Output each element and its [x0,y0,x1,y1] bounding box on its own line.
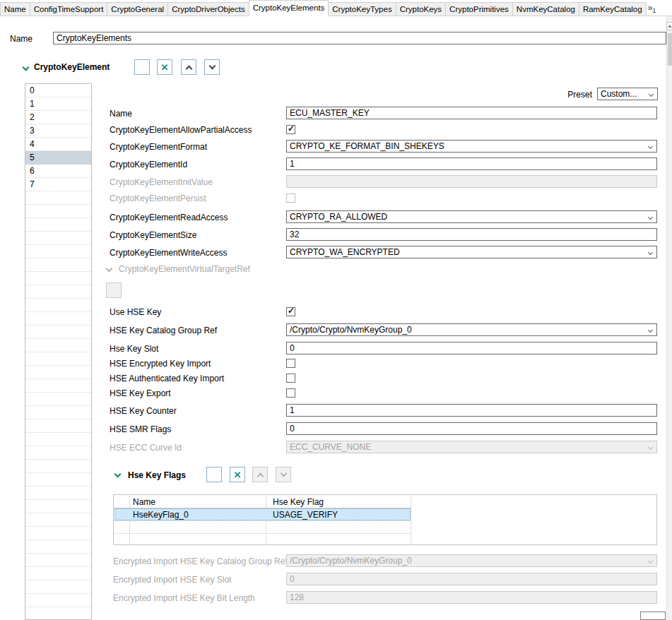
enc-import-key-slot-input [286,573,657,585]
collapse-virtual-target-ref-icon [106,266,113,273]
scrollbar-thumb[interactable] [668,33,672,66]
shortname-label: Name [10,34,33,44]
enc-import-catalog-group-ref-value: /Crypto/Crypto/NvmKeyGroup_0 [290,556,412,566]
column-header-flag: Hse Key Flag [273,496,324,508]
preset-label: Preset [544,90,592,100]
collapse-hse-key-flags-icon[interactable] [114,471,122,478]
smr-flags-input[interactable] [286,422,657,435]
field-label-enc-import-key-slot: Encrypted Import HSE Key Slot [113,575,231,585]
scroll-up-button[interactable] [666,22,672,30]
chevron-up-icon [257,472,264,479]
grid-line [114,533,411,534]
move-down-button[interactable] [204,59,220,75]
list-item-7[interactable]: 7 [25,178,91,191]
tab-cryptokeys[interactable]: CryptoKeys [396,2,446,16]
move-key-flag-down-button [276,467,291,482]
tab-ramkeycatalog[interactable]: RamKeyCatalog [579,2,647,16]
list-item-6[interactable]: 6 [25,165,91,178]
add-virtual-target-ref-button [106,282,122,298]
field-label-key-export: HSE Key Export [110,388,171,399]
dropdown-arrow-icon [648,250,653,255]
tab-cryptodriverobjects[interactable]: CryptoDriverObjects [167,2,249,16]
field-label-encrypted-key-import: HSE Encrypted Key Import [110,359,211,369]
catalog-group-ref-dropdown[interactable]: /Crypto/Crypto/NvmKeyGroup_0 [286,323,657,336]
tab-nvmkeycatalog[interactable]: NvmKeyCatalog [512,2,579,16]
key-export-checkbox[interactable] [286,388,295,398]
field-label-allow-partial-access: CryptoKeyElementAllowPartialAccess [110,125,252,136]
key-slot-input[interactable] [286,342,657,354]
move-key-flag-up-button [252,467,268,482]
list-item-0[interactable]: 0 [25,84,91,97]
collapse-section-icon[interactable] [23,64,30,71]
tab-overflow-count: 1 [652,7,656,14]
tab-cryptokeytypes[interactable]: CryptoKeyTypes [328,2,396,16]
config-tab-bar: Name ConfigTimeSupport CryptoGeneral Cry… [0,0,672,16]
delete-element-button[interactable]: ✕ [157,59,172,75]
move-up-button[interactable] [181,59,196,75]
field-label-id: CryptoKeyElementId [110,160,187,170]
field-label-ecc-curve-id: HSE ECC Curve Id [110,443,182,453]
write-access-dropdown[interactable]: CRYPTO_WA_ENCRYPTED [286,246,657,258]
format-dropdown[interactable]: CRYPTO_KE_FORMAT_BIN_SHEKEYS [286,140,657,153]
field-label-enc-import-catalog-group-ref: Encrypted Import HSE Key Catalog Group R… [113,556,288,567]
hse-key-flags-title: Hse Key Flags [128,470,186,480]
dropdown-arrow-icon [648,215,653,220]
hse-key-flags-table[interactable]: Name Hse Key Flag HseKeyFlag_0 USAGE_VER… [113,494,657,545]
use-hse-key-checkbox[interactable] [286,307,295,316]
read-access-dropdown[interactable]: CRYPTO_RA_ALLOWED [286,210,657,223]
column-header-name: Name [133,496,155,508]
field-label-key-slot: Hse Key Slot [110,344,158,354]
add-element-button[interactable] [134,59,150,75]
field-label-smr-flags: HSE SMR Flags [110,424,171,435]
field-label-use-hse-key: Use HSE Key [110,307,161,318]
chevron-down-icon [208,62,216,69]
field-label-format: CryptoKeyElementFormat [110,142,207,153]
dropdown-arrow-icon [648,445,653,450]
section-title: CryptoKeyElement [34,62,110,72]
dropdown-arrow-icon [648,559,653,564]
allow-partial-access-checkbox[interactable] [286,125,295,134]
authenticated-key-import-checkbox[interactable] [286,374,295,383]
enc-import-catalog-group-ref-dropdown: /Crypto/Crypto/NvmKeyGroup_0 [286,554,657,567]
vertical-scrollbar[interactable] [666,16,672,620]
element-index-list[interactable]: 0 1 2 3 4 5 6 7 [25,83,92,620]
tab-cryptokeyelements[interactable]: CryptoKeyElements [249,0,329,16]
tab-cryptogeneral[interactable]: CryptoGeneral [107,2,168,16]
encrypted-key-import-checkbox[interactable] [286,359,295,368]
virtual-target-ref-title: CryptoKeyElementVirtualTargetRef [119,264,250,274]
list-item-1[interactable]: 1 [25,97,91,111]
grid-line [114,520,411,521]
read-access-value: CRYPTO_RA_ALLOWED [290,212,387,222]
field-label-name: Name [110,109,132,119]
delete-key-flag-button[interactable]: ✕ [230,467,245,482]
persist-checkbox [286,193,295,203]
element-id-input[interactable] [286,157,657,170]
table-cell-flag[interactable]: USAGE_VERIFY [273,509,338,520]
element-size-input[interactable] [286,228,657,241]
field-label-persist: CryptoKeyElementPersist [110,193,206,204]
delete-icon: ✕ [234,470,242,480]
preset-dropdown[interactable]: Custom... [597,88,658,100]
list-item-2[interactable]: 2 [25,111,91,124]
chevron-down-icon [280,470,287,477]
tab-name[interactable]: Name [0,2,30,16]
delete-icon: ✕ [161,62,169,73]
add-key-flag-button[interactable] [206,467,222,482]
tab-configtimesupport[interactable]: ConfigTimeSupport [30,2,108,16]
tab-overflow-indicator[interactable]: »1 [648,3,656,16]
preset-value: Custom... [601,89,637,99]
list-item-5[interactable]: 5 [25,151,91,165]
element-name-input[interactable] [286,107,657,119]
crypto-config-page: { "tab_bar": { "tabs": ["Name", "ConfigT… [0,0,672,620]
key-counter-input[interactable] [286,404,657,417]
list-item-3[interactable]: 3 [25,124,91,138]
shortname-input[interactable] [53,32,666,44]
list-item-4[interactable]: 4 [25,138,91,151]
table-cell-name[interactable]: HseKeyFlag_0 [133,509,189,520]
field-label-catalog-group-ref: HSE Key Catalog Group Ref [110,326,217,336]
field-label-key-counter: HSE Key Counter [110,406,177,417]
field-label-read-access: CryptoKeyElementReadAccess [110,213,228,223]
tab-cryptoprimitives[interactable]: CryptoPrimitives [445,2,513,16]
catalog-group-ref-value: /Crypto/Crypto/NvmKeyGroup_0 [290,325,412,335]
arrow-up-icon [668,25,672,28]
